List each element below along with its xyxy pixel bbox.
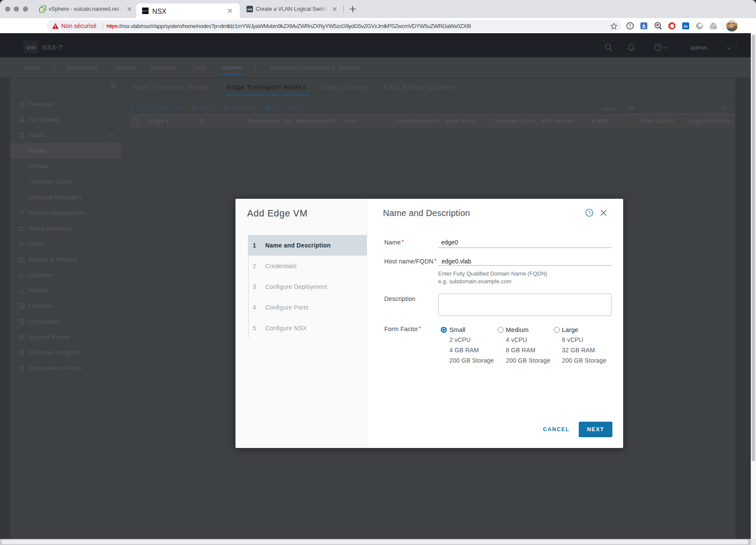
next-button-label: NEXT — [587, 426, 604, 432]
view-select[interactable]: All — [625, 100, 730, 114]
form-factor-medium-radio[interactable] — [498, 327, 504, 333]
vertical-scrollbar[interactable] — [751, 33, 756, 539]
tab-edge-clusters[interactable]: Edge Clusters — [321, 83, 370, 91]
form-factor-large-radio[interactable] — [554, 327, 560, 333]
select-all-checkbox[interactable] — [132, 118, 139, 125]
sidebar-item-migrate[interactable]: Migrate — [10, 283, 122, 298]
name-input[interactable]: edge0 — [438, 236, 612, 248]
notifications-bell-icon[interactable] — [627, 43, 636, 52]
tab-close-icon[interactable] — [226, 7, 233, 14]
extension-download-icon[interactable] — [640, 22, 648, 30]
sidebar-item-customer-program[interactable]: Customer Program — [10, 345, 122, 360]
tab-edge-transport-nodes[interactable]: Edge Transport Nodes — [226, 83, 306, 91]
form-factor-large-label[interactable]: Large — [562, 326, 578, 333]
browser-tab-vlan-doc[interactable]: vm Create a VLAN Logical Switch f — [244, 0, 343, 18]
browser-tab-nsx-active[interactable]: NSX NSX — [136, 3, 240, 18]
chevron-down-icon[interactable] — [109, 132, 115, 138]
column-header-deployment-type[interactable]: Deployment Type — [248, 118, 292, 124]
address-bar[interactable]: Non sécurisé https://nsx.vlab/nsx/#/app/… — [47, 20, 621, 32]
sidebar-item-label: Compute Managers — [28, 194, 82, 200]
extension-drive-icon[interactable] — [709, 22, 717, 30]
fqdn-input[interactable]: edge0.vlab — [438, 255, 612, 266]
tab-close-icon[interactable] — [331, 6, 338, 13]
user-caret-icon[interactable] — [727, 47, 731, 50]
sidebar-item-profiles[interactable]: Profiles — [10, 159, 122, 174]
sidebar-collapse-icon[interactable] — [108, 80, 118, 90]
browser-tab-vsphere[interactable]: vSphere - vulcain.naoned.net - — [35, 0, 134, 18]
column-header-edge[interactable]: Edge — [151, 118, 190, 124]
window-minimize-button[interactable] — [14, 6, 19, 12]
sidebar-item-service-deployments[interactable]: Service Deployments — [10, 205, 122, 221]
wizard-step-3[interactable]: 3 Configure Deployment — [248, 276, 367, 297]
column-header-logical-routers[interactable]: Logical Routers — [689, 118, 733, 124]
sidebar-item-users[interactable]: Users — [10, 236, 122, 252]
sidebar-item-fabric[interactable]: Fabric — [10, 128, 122, 143]
nav-item-advanced[interactable]: Advanced Networking & Security — [270, 64, 360, 71]
modal-help-icon[interactable]: ? — [585, 209, 593, 217]
sidebar-item-backup-restore[interactable]: Backup & Restore — [10, 252, 122, 267]
description-textarea[interactable] — [438, 294, 612, 316]
sidebar-item-support-bundle[interactable]: Support Bundle — [10, 329, 122, 345]
tab-host-transport-nodes[interactable]: Host Transport Nodes — [134, 83, 210, 91]
extension-linkedin-icon[interactable]: in — [682, 22, 690, 30]
window-close-button[interactable] — [5, 6, 10, 12]
nav-item-tools[interactable]: Tools — [192, 64, 207, 71]
sidebar-item-enforcement-points[interactable]: Enforcement Points — [10, 360, 122, 376]
search-icon[interactable] — [604, 43, 613, 52]
modal-close-icon[interactable] — [600, 209, 607, 216]
help-icon[interactable]: ? — [654, 43, 662, 52]
window-zoom-button[interactable] — [23, 6, 28, 12]
sidebar-item-get-started[interactable]: Get Started — [10, 112, 122, 128]
horizontal-scrollbar-thumb[interactable] — [1, 540, 748, 544]
tab-close-icon[interactable] — [126, 6, 133, 13]
tab-esxi-bridge-clusters[interactable]: ESXi Bridge Clusters — [383, 83, 456, 91]
extension-adblock-icon[interactable] — [668, 22, 676, 30]
column-header-n-vds[interactable]: N-VDS — [591, 118, 635, 124]
horizontal-scrollbar[interactable] — [0, 539, 751, 545]
wizard-step-5[interactable]: 5 Configure NSX — [248, 318, 367, 338]
sidebar-item-transport-zones[interactable]: Transport Zones — [10, 174, 122, 190]
profile-avatar[interactable] — [726, 20, 737, 31]
vertical-scrollbar-thumb[interactable] — [752, 34, 755, 461]
sidebar-item-licenses[interactable]: Licenses — [10, 298, 122, 314]
column-header-transport-zones[interactable]: Transport Zones — [493, 118, 536, 124]
wizard-step-2[interactable]: 2 Credentials — [248, 256, 367, 276]
nav-item-inventory[interactable]: Inventory — [151, 64, 176, 71]
add-edge-vm-button[interactable]: ADD EDGE VM — [129, 105, 183, 112]
sidebar-item-compute-managers[interactable]: Compute Managers — [10, 190, 122, 205]
column-header-id[interactable]: ID — [199, 118, 239, 124]
sidebar-item-certificates[interactable]: Certificates — [10, 314, 122, 329]
column-header-host[interactable]: Host — [345, 118, 392, 124]
form-factor-small-label[interactable]: Small — [449, 326, 465, 333]
new-tab-button[interactable] — [348, 5, 357, 13]
nav-item-networking[interactable]: Networking — [66, 64, 97, 71]
browser-toolbar: Non sécurisé https://nsx.vlab/nsx/#/app/… — [0, 18, 756, 33]
next-button[interactable]: NEXT — [579, 422, 612, 437]
extension-ip-lookup-icon[interactable]: IP — [654, 22, 662, 30]
extension-ball-icon[interactable] — [696, 22, 703, 30]
cancel-button[interactable]: CANCEL — [543, 426, 570, 432]
wizard-step-1[interactable]: 1 Name and Description — [248, 235, 367, 256]
bookmark-star-icon[interactable] — [610, 22, 618, 30]
view-select-value: All — [628, 105, 634, 112]
sidebar-item-overview[interactable]: Overview — [10, 97, 122, 112]
extension-circle-exclamation-icon[interactable] — [626, 22, 634, 30]
nav-item-security[interactable]: Security — [113, 64, 136, 71]
delete-button[interactable]: DELETE — [223, 105, 257, 112]
form-factor-medium-label[interactable]: Medium — [506, 326, 529, 333]
wizard-step-4[interactable]: 4 Configure Ports — [248, 297, 367, 318]
column-header-management-ip[interactable]: Management IP — [295, 118, 340, 124]
sidebar-item-active-directory[interactable]: Active Directory — [10, 221, 122, 236]
sidebar-item-upgrade[interactable]: Upgrade — [10, 267, 122, 283]
sidebar-item-nodes[interactable]: Nodes — [10, 143, 122, 159]
column-header-configuration-status[interactable]: Configuration Sta — [397, 118, 440, 124]
user-menu[interactable]: admin — [690, 44, 707, 51]
edit-button[interactable]: EDIT — [191, 105, 215, 112]
column-header-node-status[interactable]: Node Status — [445, 118, 489, 124]
nav-item-system[interactable]: System — [222, 64, 242, 71]
actions-button[interactable]: ACTIONS — [264, 105, 310, 112]
column-header-nsx-version[interactable]: NSX Version — [541, 118, 587, 124]
column-header-edge-cluster[interactable]: Edge Cluster — [640, 118, 684, 124]
form-factor-small-radio[interactable] — [441, 327, 447, 333]
nav-item-home[interactable]: Home — [24, 64, 41, 71]
